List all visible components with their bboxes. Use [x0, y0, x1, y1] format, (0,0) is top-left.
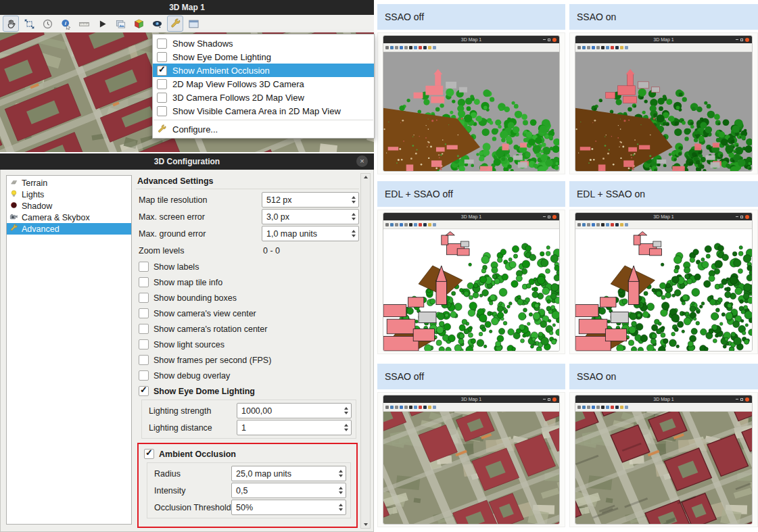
spin-up-icon[interactable]	[344, 424, 348, 427]
mini-window-titlebar: 3D Map 1	[575, 395, 752, 403]
field-0-spinbox[interactable]: 512 px	[262, 192, 359, 208]
identify-icon[interactable]: i	[57, 16, 74, 32]
option-check-6-checkbox[interactable]	[139, 355, 149, 365]
menu-item-checkbox[interactable]	[157, 93, 167, 103]
animation-clock-icon[interactable]	[39, 16, 55, 32]
spin-arrows[interactable]	[348, 196, 358, 203]
dialog-scrollbar[interactable]	[360, 173, 371, 529]
field-0-row: Map tile resolution512 px	[136, 191, 359, 208]
menu-item[interactable]: Show Shadows	[153, 37, 374, 50]
edl-field-1-spinbox[interactable]: 1	[237, 420, 352, 435]
pan-hand-icon[interactable]	[3, 16, 19, 32]
spin-up-icon[interactable]	[339, 487, 343, 489]
sidebar-item-shadow[interactable]: Shadow	[7, 200, 131, 212]
sidebar-item-lights[interactable]: Lights	[7, 189, 131, 200]
option-check-0-checkbox[interactable]	[139, 262, 149, 272]
menu-item-label: 3D Camera Follows 2D Map View	[172, 93, 304, 103]
export-3d-icon	[419, 46, 422, 49]
option-check-7[interactable]: Show debug overlay	[136, 368, 359, 383]
spin-down-icon[interactable]	[352, 218, 356, 220]
effects-eye-icon[interactable]	[149, 16, 165, 32]
spin-down-icon[interactable]	[339, 475, 343, 477]
spin-arrows[interactable]	[348, 213, 358, 220]
3d-map-titlebar[interactable]: 3D Map 1	[0, 0, 374, 15]
spin-up-icon[interactable]	[352, 213, 356, 216]
mini-3d-window: 3D Map 1	[383, 212, 560, 352]
ao-field-1-spinbox[interactable]: 0,5	[231, 483, 346, 498]
spin-down-icon[interactable]	[344, 429, 348, 431]
eye-dome-lighting-check-checkbox[interactable]	[139, 386, 149, 396]
field-2-spinbox[interactable]: 1,0 map units	[262, 226, 359, 241]
close-icon[interactable]: ×	[356, 155, 368, 167]
dock-panel-icon[interactable]	[185, 16, 202, 32]
maximize-icon	[740, 39, 743, 41]
option-check-0[interactable]: Show labels	[136, 259, 359, 274]
option-check-4-checkbox[interactable]	[139, 324, 149, 334]
menu-item-configure[interactable]: Configure...	[153, 122, 374, 136]
menu-item-checkbox[interactable]	[157, 66, 167, 76]
spin-up-icon[interactable]	[352, 196, 356, 199]
option-check-2[interactable]: Show bounding boxes	[136, 290, 359, 306]
sidebar-item-advanced[interactable]: Advanced	[7, 223, 131, 235]
camera-control-icon[interactable]	[21, 16, 37, 32]
spin-down-icon[interactable]	[344, 412, 348, 414]
ambient-occlusion-check[interactable]: Ambient Occlusion	[141, 446, 354, 462]
spin-down-icon[interactable]	[352, 235, 356, 237]
spin-arrows[interactable]	[335, 487, 346, 494]
spin-down-icon[interactable]	[339, 508, 343, 511]
spin-up-icon[interactable]	[344, 407, 348, 410]
option-check-6[interactable]: Show frames per second (FPS)	[136, 352, 359, 368]
measure-icon	[596, 406, 600, 409]
option-check-2-checkbox[interactable]	[139, 293, 149, 303]
eye-dome-lighting-check[interactable]: Show Eye Dome Lighting	[136, 383, 359, 399]
option-check-3[interactable]: Show camera's view center	[136, 306, 359, 321]
menu-item-checkbox[interactable]	[157, 106, 167, 116]
spin-arrows[interactable]	[335, 470, 346, 477]
menu-item[interactable]: Show Eye Dome Lighting	[153, 50, 374, 64]
ambient-occlusion-check-checkbox[interactable]	[144, 449, 154, 459]
ao-field-2-spinbox[interactable]: 50%	[231, 500, 346, 515]
spin-down-icon[interactable]	[352, 201, 356, 203]
ao-field-0-spinbox[interactable]: 25,0 map units	[231, 466, 346, 481]
mini-3d-render	[575, 52, 752, 171]
save-image-icon	[606, 223, 609, 226]
options-wrench-icon[interactable]	[167, 16, 183, 32]
option-check-4[interactable]: Show camera's rotation center	[136, 321, 359, 337]
scroll-up-icon[interactable]	[364, 176, 368, 178]
menu-item-checkbox[interactable]	[157, 79, 167, 89]
sidebar-item-camera-skybox[interactable]: Camera & Skybox	[7, 212, 131, 223]
menu-item[interactable]: Show Visible Camera Area in 2D Map View	[153, 104, 374, 118]
comparison-image-1-left: 3D Map 1	[377, 210, 565, 354]
option-check-5-checkbox[interactable]	[139, 339, 149, 349]
camera-control-icon	[582, 46, 586, 49]
option-check-1[interactable]: Show map tile info	[136, 274, 359, 290]
field-1-spinbox[interactable]: 3,0 px	[262, 209, 359, 224]
pan-hand-icon	[577, 46, 581, 49]
option-check-7-checkbox[interactable]	[139, 370, 149, 381]
edl-field-0-spinbox[interactable]: 1000,00	[237, 403, 352, 418]
spin-up-icon[interactable]	[339, 504, 343, 506]
menu-item[interactable]: Show Ambient Occlusion	[153, 64, 374, 77]
option-check-3-checkbox[interactable]	[139, 308, 149, 318]
spin-up-icon[interactable]	[339, 470, 343, 473]
spin-arrows[interactable]	[348, 230, 358, 237]
play-animation-icon[interactable]	[94, 16, 110, 32]
menu-item-checkbox[interactable]	[157, 52, 167, 62]
spin-arrows[interactable]	[341, 407, 351, 414]
sidebar-item-terrain[interactable]: Terrain	[7, 177, 131, 189]
measure-icon[interactable]	[76, 16, 92, 32]
export-3d-icon[interactable]	[131, 16, 147, 32]
spin-arrows[interactable]	[335, 504, 346, 511]
spin-arrows[interactable]	[341, 424, 351, 431]
spin-up-icon[interactable]	[352, 230, 356, 233]
option-check-1-checkbox[interactable]	[139, 277, 149, 287]
save-image-icon[interactable]	[112, 16, 128, 32]
mini-window-titlebar: 3D Map 1	[575, 36, 752, 43]
scroll-down-icon[interactable]	[364, 523, 368, 526]
menu-item[interactable]: 2D Map View Follows 3D Camera	[153, 77, 374, 91]
menu-item[interactable]: 3D Camera Follows 2D Map View	[153, 91, 374, 104]
dialog-titlebar[interactable]: 3D Configuration ×	[0, 153, 374, 170]
option-check-5[interactable]: Show light sources	[136, 337, 359, 352]
menu-item-checkbox[interactable]	[157, 39, 167, 49]
spin-down-icon[interactable]	[339, 491, 343, 494]
